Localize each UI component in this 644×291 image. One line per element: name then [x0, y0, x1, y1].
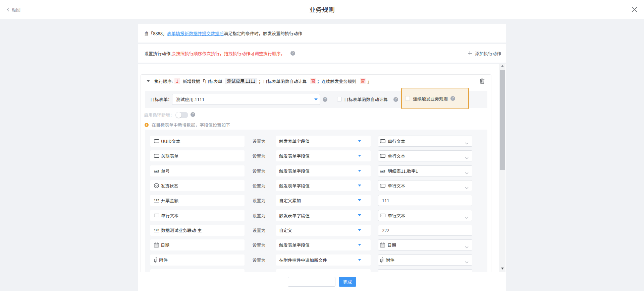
caret-down-icon: [358, 214, 361, 216]
summary-open: 「目标表单: [201, 78, 222, 84]
delete-icon[interactable]: [480, 78, 485, 84]
help-icon[interactable]: ?: [450, 96, 455, 101]
mode-select[interactable]: 触发表单字段值: [276, 239, 371, 250]
value-select[interactable]: 单行文本: [378, 136, 472, 147]
number-icon: 123: [380, 169, 385, 173]
value-select[interactable]: 单行文本: [378, 150, 472, 161]
field-name: 开票金额: [161, 197, 178, 204]
mode-select[interactable]: 触发表单字段值: [276, 180, 371, 191]
value-select[interactable]: 123明细表11.数字1: [378, 165, 472, 176]
text-input-icon: [380, 139, 385, 143]
field-mapping-row: 123单号设置为触发表单字段值123明细表11.数字1: [145, 165, 487, 176]
help-icon[interactable]: ?: [323, 97, 327, 102]
mode-select[interactable]: 触发表单字段值: [276, 165, 371, 176]
actions-label: 设置执行动作,: [144, 50, 172, 57]
set-as-label: 设置为: [252, 150, 266, 161]
field-name: 发货状态: [161, 183, 178, 189]
field-name-box: 发货状态: [150, 180, 245, 191]
value-text: 单行文本: [388, 153, 405, 159]
value-input[interactable]: 111: [378, 195, 472, 206]
summary-chain: ；连续触发业务规则: [317, 78, 356, 84]
help-icon[interactable]: ?: [393, 97, 398, 102]
value-select[interactable]: 附件: [378, 254, 472, 266]
chevron-down-icon-wrap: [465, 184, 469, 191]
field-name-box: 123数据测试业务联动-主: [150, 225, 245, 236]
loop-insert-toggle[interactable]: [175, 112, 188, 118]
add-action-button[interactable]: 添加执行动作: [468, 50, 501, 57]
value-input[interactable]: 222: [378, 225, 472, 236]
mode-value: 触发表单字段值: [279, 168, 310, 174]
field-type-icon-wrap: [154, 154, 159, 158]
value-text: 日期: [387, 242, 396, 248]
footer-input[interactable]: [288, 277, 335, 287]
value-text: 附件: [386, 257, 394, 263]
rule-card: 执行顺序: 1 新增数据 「目标表单 测试应用.1111 ；目标表单函数自动计算…: [141, 74, 491, 272]
chain-checkbox[interactable]: [405, 96, 410, 101]
chevron-down-icon-wrap: [465, 243, 469, 250]
calendar-icon: [154, 242, 159, 247]
value-text: 222: [382, 227, 389, 233]
help-icon[interactable]: ?: [191, 112, 195, 117]
caret-down-icon: [358, 259, 361, 261]
scroll-down-icon[interactable]: [499, 266, 505, 271]
mode-select[interactable]: 触发表单字段值: [276, 136, 371, 147]
scroll-up-icon[interactable]: [499, 64, 505, 68]
mode-select[interactable]: 自定义: [276, 225, 371, 236]
mode-select[interactable]: 自定义累加: [276, 195, 371, 206]
trigger-event-link[interactable]: 表单填报新数据并提交数据后: [167, 30, 224, 37]
scrollbar-thumb[interactable]: [500, 70, 505, 170]
close-icon[interactable]: [632, 7, 637, 12]
mode-value: 自定义: [279, 227, 292, 233]
field-name-box: 附件: [150, 254, 245, 266]
value-text: 单行文本: [388, 212, 405, 219]
value-type-icon-wrap: [380, 242, 385, 247]
vertical-scrollbar[interactable]: [499, 64, 505, 272]
loop-insert-label: 启用循环新增：: [144, 112, 174, 118]
svg-text:123: 123: [154, 169, 159, 172]
trigger-prefix: 当「8888」: [144, 30, 167, 37]
field-name: 关联表单: [161, 153, 178, 159]
value-select[interactable]: 单行文本: [378, 210, 472, 221]
value-select[interactable]: 单行文本: [378, 180, 472, 191]
mode-select[interactable]: 触发表单字段值: [276, 150, 371, 161]
field-type-icon-wrap: [154, 242, 159, 247]
rules-scroll-area: 执行顺序: 1 新增数据 「目标表单 测试应用.1111 ；目标表单函数自动计算…: [138, 64, 506, 272]
set-as-label: 设置为: [252, 180, 266, 191]
number-icon: 123: [154, 198, 159, 203]
value-select[interactable]: [378, 269, 472, 272]
chevron-down-icon-wrap: [465, 214, 469, 220]
field-mapping-row: UUID文本设置为触发表单字段值单行文本: [145, 136, 487, 147]
add-action-label: 添加执行动作: [475, 50, 501, 57]
help-icon[interactable]: ?: [290, 51, 295, 56]
mode-value: 在附件控件中追加新文件: [279, 257, 327, 263]
warning-icon: !: [145, 123, 149, 127]
field-mapping-area: UUID文本设置为触发表单字段值单行文本关联表单设置为触发表单字段值单行文本12…: [145, 130, 487, 272]
collapse-arrow-icon[interactable]: [147, 80, 150, 82]
mode-value: 触发表单字段值: [279, 242, 310, 248]
field-type-icon-wrap: 123: [154, 198, 159, 203]
confirm-button[interactable]: 完成: [339, 277, 356, 287]
field-name: 数据测试业务联动-主: [161, 227, 202, 233]
value-select[interactable]: 日期: [378, 239, 472, 250]
chevron-down-icon: [465, 246, 469, 248]
calendar-icon: [380, 242, 385, 247]
mode-value: 触发表单字段值: [279, 138, 310, 144]
field-mapping-row: [145, 269, 487, 272]
mode-select[interactable]: 在附件控件中追加新文件: [276, 254, 371, 266]
chevron-down-icon: [465, 142, 469, 145]
target-form-select[interactable]: 测试应用.1111: [172, 94, 320, 105]
mode-select[interactable]: [276, 269, 371, 272]
text-input-icon: [154, 214, 159, 217]
field-name: 附件: [159, 257, 168, 263]
mode-select[interactable]: 触发表单字段值: [276, 210, 371, 221]
summary-calc: ；目标表单函数自动计算: [259, 78, 307, 84]
order-label: 执行顺序:: [154, 78, 173, 84]
set-as-label: 设置为: [252, 210, 266, 221]
value-type-icon-wrap: [380, 184, 385, 188]
caret-down-icon: [358, 185, 361, 187]
field-mapping-row: 日期设置为触发表单字段值日期: [145, 239, 487, 250]
mode-value: 自定义累加: [279, 197, 301, 204]
caret-down-icon: [314, 98, 318, 100]
calc-checkbox[interactable]: [337, 97, 342, 101]
field-name-box: 123单号: [150, 165, 245, 176]
